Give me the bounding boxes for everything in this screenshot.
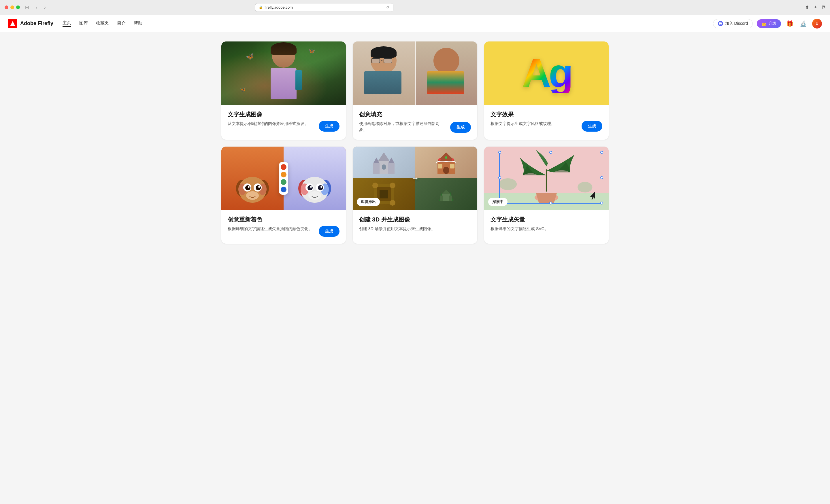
svg-marker-61 — [590, 192, 595, 200]
nav-link-about[interactable]: 简介 — [117, 21, 126, 27]
discord-icon — [718, 21, 723, 26]
svg-rect-38 — [450, 164, 454, 168]
card-footer-creative-fill: 使用画笔移除对象，或根据文字描述绘制新对象。 生成 — [359, 121, 471, 133]
dog-right-svg — [297, 172, 332, 210]
generate-button-creative-fill[interactable]: 生成 — [450, 122, 471, 133]
color-palette — [279, 162, 288, 195]
card-image-text-to-image: 🦋 🦋 🦋 — [221, 41, 346, 105]
address-bar[interactable]: 🔒 firefly.adobe.com ⟳ — [255, 3, 393, 12]
browser-chrome: ⊟ ‹ › 🔒 firefly.adobe.com ⟳ ⬆ + ⧉ — [0, 0, 830, 15]
gift-button[interactable]: 🎁 — [785, 19, 795, 28]
card-desc-3d: 创建 3D 场景并使用文本提示来生成图像。 — [359, 226, 471, 232]
card-text-effects: Ag 文字效果 根据文字提示生成文字风格或纹理。 生成 — [484, 41, 609, 140]
svg-point-10 — [248, 186, 250, 188]
card-creative-fill: 创意填充 使用画笔移除对象，或根据文字描述绘制新对象。 生成 — [353, 41, 477, 140]
generate-button-text-effects[interactable]: 生成 — [582, 121, 602, 132]
svg-point-41 — [452, 158, 454, 161]
card-text-to-vector: 探索中 文字生成矢量 根据详细的文字描述生成 SVG。 — [484, 146, 609, 244]
text-effects-bg: Ag — [484, 41, 609, 105]
recolor-bg — [221, 146, 346, 210]
card-body-text-effects: 文字效果 根据文字提示生成文字风格或纹理。 生成 — [484, 105, 609, 138]
svg-rect-54 — [449, 196, 452, 201]
card-desc-recolor: 根据详细的文字描述生成矢量插图的颜色变化。 — [228, 226, 315, 232]
svg-rect-30 — [388, 163, 394, 174]
color-dot-green — [281, 179, 286, 185]
close-button[interactable] — [5, 5, 8, 9]
color-dot-red — [281, 164, 286, 170]
3d-q4 — [415, 178, 477, 210]
lock-icon: 🔒 — [259, 5, 263, 9]
card-desc-text-effects: 根据文字提示生成文字风格或纹理。 — [490, 121, 578, 127]
url-text: firefly.adobe.com — [264, 5, 293, 9]
main-content: 🦋 🦋 🦋 文字生成图像 从文本提示创建独特的图像并应用样式预设。 生成 — [213, 32, 617, 253]
card-title-creative-fill: 创意填充 — [359, 110, 471, 119]
avatar[interactable]: U — [812, 19, 822, 29]
dog-left-svg — [235, 172, 270, 210]
share-icon[interactable]: ⬆ — [805, 4, 809, 11]
exploring-badge: 探索中 — [488, 198, 508, 206]
card-desc-text-to-image: 从文本提示创建独特的图像并应用样式预设。 — [228, 121, 315, 127]
svg-point-39 — [438, 158, 441, 161]
fullscreen-button[interactable] — [16, 5, 20, 9]
minimize-button[interactable] — [10, 5, 14, 9]
card-title-text-to-image: 文字生成图像 — [228, 110, 340, 119]
card-desc-vector: 根据详细的文字描述生成 SVG。 — [490, 226, 602, 232]
3d-q2 — [415, 146, 477, 178]
nav-link-gallery[interactable]: 图库 — [79, 21, 88, 27]
card-body-text-to-image: 文字生成图像 从文本提示创建独特的图像并应用样式预设。 生成 — [221, 105, 346, 138]
card-title-text-effects: 文字效果 — [490, 110, 602, 119]
app-name: Adobe Firefly — [20, 21, 53, 27]
adobe-logo — [8, 19, 17, 28]
vector-bg: 探索中 — [484, 146, 609, 210]
svg-rect-36 — [443, 167, 449, 174]
new-tab-icon[interactable]: + — [814, 4, 817, 11]
back-button[interactable]: ‹ — [34, 4, 39, 11]
card-footer-recolor: 根据详细的文字描述生成矢量插图的颜色变化。 生成 — [228, 226, 340, 237]
discord-logo-svg — [719, 22, 722, 25]
card-text-to-image: 🦋 🦋 🦋 文字生成图像 从文本提示创建独特的图像并应用样式预设。 生成 — [221, 41, 346, 140]
card-image-recolor — [221, 146, 346, 210]
forest-castle-svg — [433, 181, 459, 207]
nav-link-help[interactable]: 帮助 — [134, 21, 142, 27]
card-body-recolor: 创意重新着色 根据详细的文字描述生成矢量插图的颜色变化。 生成 — [221, 210, 346, 244]
generate-button-recolor[interactable]: 生成 — [319, 226, 340, 237]
nav-links: 主页 图库 收藏夹 简介 帮助 — [63, 20, 142, 27]
nav-right: 加入 Discord 👑 升级 🎁 🔬 U — [713, 19, 822, 29]
3d-bg: → 即将推出 — [353, 146, 477, 210]
generate-button-text-to-image[interactable]: 生成 — [319, 121, 340, 132]
dog-left — [221, 146, 284, 210]
svg-point-11 — [258, 186, 260, 188]
upgrade-button[interactable]: 👑 升级 — [757, 19, 781, 28]
nav-link-favorites[interactable]: 收藏夹 — [96, 21, 109, 27]
card-title-3d: 创建 3D 并生成图像 — [359, 216, 471, 224]
cards-grid: 🦋 🦋 🦋 文字生成图像 从文本提示创建独特的图像并应用样式预设。 生成 — [221, 41, 609, 244]
coming-soon-badge: 即将推出 — [357, 198, 380, 206]
card-title-recolor: 创意重新着色 — [228, 216, 340, 224]
big-letters: Ag — [522, 53, 571, 93]
card-body-3d: 创建 3D 并生成图像 创建 3D 场景并使用文本提示来生成图像。 — [353, 210, 477, 239]
svg-rect-44 — [380, 190, 388, 198]
lab-button[interactable]: 🔬 — [799, 19, 808, 28]
card-body-vector: 文字生成矢量 根据详细的文字描述生成 SVG。 — [484, 210, 609, 239]
color-dot-blue — [281, 187, 286, 192]
svg-point-48 — [390, 200, 395, 206]
card-desc-creative-fill: 使用画笔移除对象，或根据文字描述绘制新对象。 — [359, 121, 447, 133]
discord-button[interactable]: 加入 Discord — [713, 19, 753, 28]
svg-point-13 — [246, 191, 259, 200]
nav-link-home[interactable]: 主页 — [63, 20, 71, 27]
svg-point-9 — [256, 185, 261, 190]
sidebar-toggle-button[interactable]: ⊟ — [23, 4, 31, 11]
lab-icon: 🔬 — [800, 20, 807, 27]
svg-point-40 — [445, 156, 447, 159]
reload-button[interactable]: ⟳ — [386, 5, 390, 9]
svg-point-21 — [308, 185, 313, 190]
browser-actions: ⬆ + ⧉ — [805, 4, 825, 11]
forward-button[interactable]: › — [42, 4, 47, 11]
svg-point-22 — [318, 185, 323, 190]
card-footer-vector: 根据详细的文字描述生成 SVG。 — [490, 226, 602, 232]
tabs-icon[interactable]: ⧉ — [822, 4, 825, 11]
cursor-icon — [588, 191, 596, 202]
discord-label: 加入 Discord — [725, 21, 748, 26]
logo-area: Adobe Firefly — [8, 19, 53, 28]
svg-point-26 — [308, 191, 321, 200]
